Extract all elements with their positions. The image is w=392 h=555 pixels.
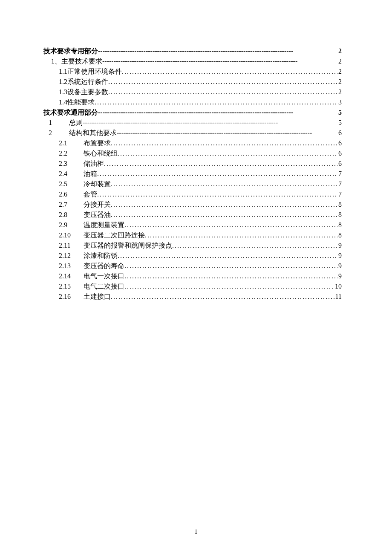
toc-entry: 2.1布置要求6 xyxy=(43,138,342,148)
toc-leader-dots xyxy=(108,77,337,87)
toc-entry: 2.4油箱7 xyxy=(43,169,342,179)
toc-entry-title: 系统运行条件 xyxy=(67,77,108,87)
toc-entry-number: 2.13 xyxy=(59,261,84,271)
toc-entry: 2.3储油柜6 xyxy=(43,159,342,169)
toc-entry: 2.13变压器的寿命9 xyxy=(43,261,342,271)
toc-entry: 2结构和其他要求6 xyxy=(43,128,342,138)
toc-entry-page: 7 xyxy=(337,169,342,179)
toc-leader-dots xyxy=(124,220,337,230)
toc-entry: 1.2 系统运行条件2 xyxy=(43,77,342,87)
toc-entry-title: 变压器油 xyxy=(84,210,111,220)
toc-entry-page: 8 xyxy=(337,199,342,210)
toc-leader-dots xyxy=(111,292,334,302)
toc-entry-page: 7 xyxy=(337,179,342,189)
toc-leader-dashes xyxy=(98,46,337,56)
toc-entry-number: 2.15 xyxy=(59,281,84,292)
toc-entry-number: 1.1 xyxy=(59,66,67,77)
toc-entry-number: 2.16 xyxy=(59,292,84,302)
toc-entry: 技术要求通用部分5 xyxy=(43,107,342,118)
toc-entry-title: 分接开关 xyxy=(84,199,111,210)
toc-entry: 技术要求专用部分2 xyxy=(43,46,342,56)
toc-leader-dots xyxy=(111,210,337,220)
toc-leader-dots xyxy=(97,169,337,179)
toc-entry-page: 9 xyxy=(337,261,342,271)
toc-entry-page: 8 xyxy=(337,220,342,230)
toc-entry-page: 9 xyxy=(337,251,342,261)
toc-entry-title: 技术要求通用部分 xyxy=(43,107,98,118)
toc-entry: 2.7分接开关8 xyxy=(43,199,342,210)
toc-entry-title: 电气一次接口 xyxy=(84,271,124,281)
toc-entry-number: 2.5 xyxy=(59,179,84,189)
toc-leader-dashes xyxy=(98,107,337,118)
toc-entry-number: 2.2 xyxy=(59,148,84,159)
toc-entry-title: 设备主要参数 xyxy=(67,87,108,97)
toc-leader-dots xyxy=(111,179,337,189)
toc-entry-number: 2.10 xyxy=(59,230,84,240)
toc-entry: 1总则5 xyxy=(43,118,342,128)
toc-leader-dots xyxy=(111,199,337,210)
toc-entry-title: 正常使用环境条件 xyxy=(67,66,122,77)
toc-entry: 2.16土建接口11 xyxy=(43,292,342,302)
toc-entry-number: 2.4 xyxy=(59,169,84,179)
toc-leader-dots xyxy=(95,97,337,107)
toc-leader-dots xyxy=(118,148,337,159)
toc-entry-title: 性能要求 xyxy=(67,97,95,107)
toc-entry: 1、主要技术要求2 xyxy=(43,56,342,66)
toc-entry-page: 11 xyxy=(334,292,342,302)
toc-entry-number: 1.2 xyxy=(59,77,67,87)
toc-entry-page: 2 xyxy=(337,66,342,77)
toc-entry-number: 1.4 xyxy=(59,97,67,107)
toc-entry: 2.6套管7 xyxy=(43,189,342,199)
toc-entry-title: 变压器的寿命 xyxy=(84,261,124,271)
toc-entry: 1.3 设备主要参数2 xyxy=(43,87,342,97)
toc-entry-title: 冷却装置 xyxy=(84,179,111,189)
toc-entry-title: 铁心和绕组 xyxy=(84,148,118,159)
toc-leader-dashes xyxy=(102,56,337,66)
toc-entry-title: 油箱 xyxy=(84,169,97,179)
toc-entry-title: 电气二次接口 xyxy=(84,281,124,292)
table-of-contents: 技术要求专用部分21、主要技术要求21.1 正常使用环境条件21.2 系统运行条… xyxy=(43,46,342,302)
toc-entry-title: 变压器的报警和跳闸保护接点 xyxy=(84,240,172,251)
toc-leader-dots xyxy=(111,138,337,148)
toc-leader-dots xyxy=(172,240,337,251)
toc-entry: 2.9温度测量装置8 xyxy=(43,220,342,230)
toc-entry-page: 6 xyxy=(337,159,342,169)
toc-entry-page: 2 xyxy=(337,46,342,56)
toc-entry: 1.1 正常使用环境条件2 xyxy=(43,66,342,77)
toc-entry-number: 1.3 xyxy=(59,87,67,97)
toc-entry-number: 1、 xyxy=(51,56,61,66)
toc-entry: 2.15电气二次接口10 xyxy=(43,281,342,292)
toc-entry-page: 9 xyxy=(337,271,342,281)
toc-entry-number: 2.6 xyxy=(59,189,84,199)
toc-leader-dots xyxy=(118,251,337,261)
toc-leader-dashes xyxy=(117,128,337,138)
toc-entry-number: 2 xyxy=(49,128,69,138)
toc-entry-number: 2.9 xyxy=(59,220,84,230)
toc-entry-page: 6 xyxy=(337,128,342,138)
page-content: 技术要求专用部分21、主要技术要求21.1 正常使用环境条件21.2 系统运行条… xyxy=(0,0,392,302)
toc-entry-title: 总则 xyxy=(69,118,83,128)
toc-entry-number: 2.14 xyxy=(59,271,84,281)
toc-entry-page: 6 xyxy=(337,138,342,148)
toc-entry-title: 套管 xyxy=(84,189,97,199)
toc-entry-number: 2.12 xyxy=(59,251,84,261)
toc-leader-dots xyxy=(124,261,337,271)
toc-entry-title: 土建接口 xyxy=(84,292,111,302)
toc-entry-number: 2.11 xyxy=(59,240,84,251)
toc-entry-page: 2 xyxy=(337,87,342,97)
toc-entry-page: 8 xyxy=(337,230,342,240)
toc-entry-page: 8 xyxy=(337,210,342,220)
toc-entry-page: 5 xyxy=(337,107,342,118)
toc-leader-dots xyxy=(108,87,337,97)
toc-entry-title: 温度测量装置 xyxy=(84,220,124,230)
toc-entry: 1.4 性能要求3 xyxy=(43,97,342,107)
toc-entry: 2.14电气一次接口9 xyxy=(43,271,342,281)
toc-leader-dots xyxy=(104,159,337,169)
toc-entry-title: 布置要求 xyxy=(84,138,111,148)
toc-entry: 2.11变压器的报警和跳闸保护接点9 xyxy=(43,240,342,251)
page-number: 1 xyxy=(0,529,392,535)
toc-entry-number: 2.7 xyxy=(59,199,84,210)
toc-entry: 2.8变压器油8 xyxy=(43,210,342,220)
toc-entry-page: 3 xyxy=(337,97,342,107)
toc-entry: 2.5冷却装置7 xyxy=(43,179,342,189)
